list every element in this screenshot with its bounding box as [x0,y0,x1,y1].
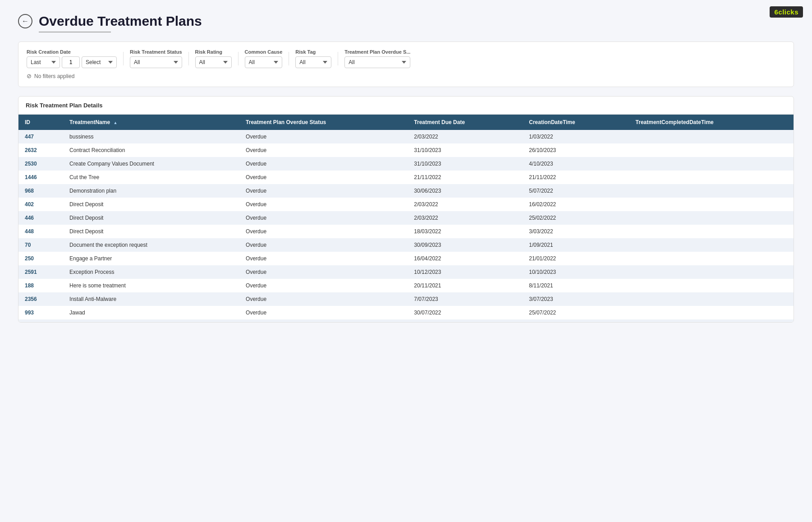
cell-name: Direct Deposit [63,211,239,225]
table-section-title: Risk Treatment Plan Details [18,97,794,115]
cell-status: Overdue [239,143,408,157]
risk-treatment-status-select[interactable]: All Overdue Completed In Progress [130,56,182,68]
cell-completed [629,225,794,238]
cell-name: Exception Process [63,265,239,279]
cell-name: Cut the Tree [63,171,239,184]
table-row: 70Document the exception requestOverdue3… [18,238,794,252]
cell-name: Demonstration plan [63,184,239,198]
cell-id: 2632 [18,143,63,157]
cell-id: 188 [18,279,63,292]
divider-2 [188,52,189,65]
cell-status: Overdue [239,306,408,319]
cell-due-date: 18/03/2022 [408,225,523,238]
cell-created: 26/10/2023 [523,143,629,157]
cell-due-date: 30/09/2023 [408,238,523,252]
cell-status: Overdue [239,292,408,306]
cell-id: 250 [18,252,63,265]
cell-due-date: 31/10/2023 [408,143,523,157]
cell-id: 968 [18,184,63,198]
cell-due-date: 16/04/2022 [408,252,523,265]
cell-name: Engage a Partner [63,252,239,265]
treatment-plan-overdue-select[interactable]: All Overdue [344,56,410,68]
risk-treatment-status-label: Risk Treatment Status [130,49,182,55]
cell-name: Jawad [63,306,239,319]
cell-due-date: 2/03/2022 [408,211,523,225]
no-filters-label: No filters applied [34,73,74,79]
table-row: 2632Contract ReconciliationOverdue31/10/… [18,143,794,157]
col-treatment-name[interactable]: TreatmentName ▲ [63,115,239,130]
table-row: 447bussinessOverdue2/03/20221/03/2022 [18,130,794,143]
treatment-plan-table: ID TreatmentName ▲ Treatment Plan Overdu… [18,115,794,322]
cell-completed [629,238,794,252]
table-row: 446Direct DepositOverdue2/03/202225/02/2… [18,211,794,225]
risk-creation-number-input[interactable] [62,56,80,68]
filter-icon: ⊘ [27,73,32,79]
cell-due-date: 2/03/2022 [408,198,523,211]
divider-5 [338,52,338,65]
cell-name: Here is some treatment [63,279,239,292]
no-filters-row: ⊘ No filters applied [27,73,785,79]
cell-id: 447 [18,130,63,143]
col-id[interactable]: ID [18,115,63,130]
cell-id: 251 [18,319,63,322]
risk-rating-label: Risk Rating [195,49,232,55]
back-button[interactable]: ← [18,14,32,28]
cell-created: 16/02/2022 [523,198,629,211]
cell-id: 2530 [18,157,63,171]
cell-created: 21/11/2022 [523,171,629,184]
risk-rating-select[interactable]: All High Medium Low [195,56,232,68]
risk-treatment-status-filter: Risk Treatment Status All Overdue Comple… [130,49,182,68]
cell-created: 8/11/2021 [523,279,629,292]
cell-name: Contract Reconciliation [63,143,239,157]
filters-panel: Risk Creation Date Last Next Before Afte… [18,42,794,87]
risk-tag-label: Risk Tag [295,49,331,55]
col-created[interactable]: CreationDateTime [523,115,629,130]
cell-id: 446 [18,211,63,225]
cell-created: 25/07/2022 [523,306,629,319]
cell-completed [629,292,794,306]
cell-id: 448 [18,225,63,238]
divider-1 [123,52,124,65]
cell-id: 993 [18,306,63,319]
table-row: 250Engage a PartnerOverdue16/04/202221/0… [18,252,794,265]
common-cause-label: Common Cause [245,49,283,55]
cell-due-date: 15/01/2022 [408,319,523,322]
cell-status: Overdue [239,171,408,184]
col-status[interactable]: Treatment Plan Overdue Status [239,115,408,130]
cell-completed [629,306,794,319]
cell-name: Document the exception request [63,238,239,252]
cell-status: Overdue [239,319,408,322]
cell-due-date: 31/10/2023 [408,157,523,171]
cell-completed [629,211,794,225]
cell-created: 4/10/2023 [523,157,629,171]
cell-created: 21/01/2022 [523,252,629,265]
table-row: 993JawadOverdue30/07/202225/07/2022 [18,306,794,319]
cell-name: bussiness [63,130,239,143]
divider-3 [238,52,239,65]
table-row: 2591Exception ProcessOverdue10/12/202310… [18,265,794,279]
cell-due-date: 30/06/2023 [408,184,523,198]
cell-id: 1446 [18,171,63,184]
risk-creation-period-select[interactable]: Last Next Before After [27,56,60,68]
cell-status: Overdue [239,225,408,238]
cell-name: Direct Deposit [63,225,239,238]
col-due-date[interactable]: Treatment Due Date [408,115,523,130]
risk-tag-select[interactable]: All [295,56,331,68]
table-wrapper[interactable]: ID TreatmentName ▲ Treatment Plan Overdu… [18,115,794,322]
cell-created: 1/09/2021 [523,238,629,252]
col-completed[interactable]: TreatmentCompletedDateTime [629,115,794,130]
page-title: Overdue Treatment Plans [39,14,202,29]
cell-due-date: 30/07/2022 [408,306,523,319]
common-cause-select[interactable]: All [245,56,283,68]
table-row: 402Direct DepositOverdue2/03/202216/02/2… [18,198,794,211]
title-underline [39,32,111,32]
cell-id: 402 [18,198,63,211]
risk-creation-unit-select[interactable]: Select Days Weeks Months Years [82,56,117,68]
table-row: 2356Install Anti-MalwareOverdue7/07/2023… [18,292,794,306]
cell-due-date: 2/03/2022 [408,130,523,143]
cell-due-date: 21/11/2022 [408,171,523,184]
cell-name: Direct Deposit [63,198,239,211]
cell-created: 5/07/2022 [523,184,629,198]
cell-completed [629,319,794,322]
cell-created: 3/03/2022 [523,225,629,238]
